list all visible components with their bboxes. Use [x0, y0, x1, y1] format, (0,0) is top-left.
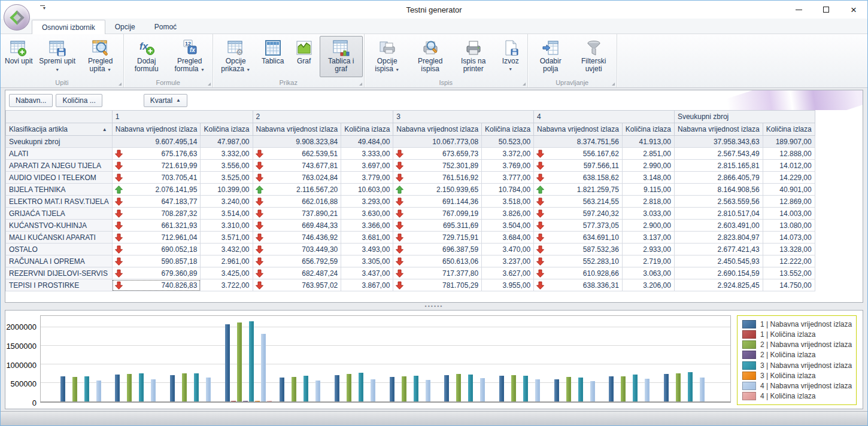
pivot-cell[interactable]: 2.450.545,93 — [674, 255, 763, 267]
pivot-cell[interactable]: 3.722,00 — [201, 279, 253, 291]
pivot-measure-header[interactable]: Nabavna vrijednost izlaza — [534, 123, 623, 136]
pivot-cell[interactable]: 746.436,92 — [253, 232, 341, 244]
pivot-cell[interactable]: 3.372,00 — [482, 148, 534, 160]
pivot-cell[interactable]: 767.099,19 — [393, 208, 482, 220]
pivot-column-band[interactable]: 1 — [112, 111, 253, 123]
dialog-launcher-icon[interactable] — [208, 83, 211, 86]
pivot-column-band[interactable]: Sveukupni zbroj — [674, 111, 815, 123]
pivot-cell[interactable]: 14.003,00 — [763, 208, 815, 220]
pivot-cell[interactable]: 761.516,92 — [393, 172, 482, 184]
pivot-cell[interactable]: 2.866.405,79 — [674, 172, 763, 184]
data-field-chip-kolicina[interactable]: Količina ... — [56, 94, 102, 107]
pivot-cell[interactable]: 14.750,00 — [763, 279, 815, 291]
pivot-cell[interactable]: 2.961,00 — [201, 255, 253, 267]
pivot-cell[interactable]: 1.821.259,75 — [534, 184, 623, 196]
pivot-measure-header[interactable]: Nabavna vrijednost izlaza — [674, 123, 763, 136]
tablica-button[interactable]: Tablica — [257, 36, 289, 77]
row-field-header[interactable]: Klasifikacija artikla▲ — [6, 123, 113, 136]
pregled-upita-button[interactable]: Pregled upita ▼ — [79, 36, 122, 77]
pivot-cell[interactable]: 3.630,00 — [341, 208, 393, 220]
pivot-cell[interactable]: 2.563.559,56 — [674, 196, 763, 208]
pivot-cell[interactable]: 40.901,00 — [763, 184, 815, 196]
pivot-cell[interactable]: 3.293,00 — [341, 196, 393, 208]
pivot-cell[interactable]: 647.183,77 — [112, 196, 201, 208]
pivot-cell[interactable]: 656.792,59 — [253, 255, 341, 267]
pivot-cell[interactable]: 577.373,05 — [534, 220, 623, 232]
novi-upit-button[interactable]: Novi upit — [2, 36, 36, 77]
pivot-cell[interactable]: 10.067.773,08 — [393, 136, 482, 148]
pivot-cell[interactable]: 12.888,00 — [763, 148, 815, 160]
pivot-measure-header[interactable]: Količina izlaza — [622, 123, 674, 136]
pivot-cell[interactable]: 8.164.908,56 — [674, 184, 763, 196]
dialog-launcher-icon[interactable] — [612, 83, 615, 86]
pivot-cell[interactable]: 37.958.343,63 — [674, 136, 763, 148]
pivot-measure-header[interactable]: Nabavna vrijednost izlaza — [393, 123, 482, 136]
pivot-cell[interactable]: 10.603,00 — [341, 184, 393, 196]
pivot-cell[interactable]: 50.523,00 — [482, 136, 534, 148]
pivot-cell[interactable]: 10.784,00 — [482, 184, 534, 196]
pivot-cell[interactable]: 2.924.825,45 — [674, 279, 763, 291]
pivot-cell[interactable]: 14.073,00 — [763, 232, 815, 244]
opcije-prikaza-button[interactable]: ⚙ Opcije prikaza ▼ — [214, 36, 257, 77]
pivot-row-header[interactable]: OSTALO — [6, 244, 113, 255]
pivot-column-band[interactable]: 3 — [393, 111, 534, 123]
pivot-cell[interactable]: 2.603.491,00 — [674, 220, 763, 232]
pivot-cell[interactable]: 3.470,00 — [482, 244, 534, 255]
ispis-na-printer-button[interactable]: Ispis na printer — [452, 36, 495, 77]
pivot-column-band[interactable]: 2 — [253, 111, 393, 123]
pivot-cell[interactable]: 556.167,62 — [534, 148, 623, 160]
pivot-cell[interactable]: 673.659,73 — [393, 148, 482, 160]
pivot-cell[interactable]: 781.705,29 — [393, 279, 482, 291]
pivot-cell[interactable]: 3.769,00 — [482, 160, 534, 172]
tablica-i-graf-button[interactable]: Tablica i graf — [320, 36, 363, 77]
pivot-cell[interactable]: 2.810.517,04 — [674, 208, 763, 220]
pivot-cell[interactable]: 3.681,00 — [341, 232, 393, 244]
pivot-cell[interactable]: 3.366,00 — [341, 220, 393, 232]
pivot-cell[interactable]: 3.148,00 — [622, 172, 674, 184]
pivot-cell[interactable]: 2.677.421,43 — [674, 244, 763, 255]
pivot-cell[interactable]: 597.240,32 — [534, 208, 623, 220]
tab-opcije[interactable]: Opcije — [105, 20, 145, 34]
pivot-cell[interactable]: 3.333,00 — [341, 148, 393, 160]
pivot-cell[interactable]: 2.815.165,81 — [674, 160, 763, 172]
pivot-cell[interactable]: 3.779,00 — [341, 172, 393, 184]
pivot-cell[interactable]: 729.715,91 — [393, 232, 482, 244]
tab-osnovni-izbornik[interactable]: Osnovni izbornik — [32, 20, 105, 34]
pivot-cell[interactable]: 2.851,00 — [622, 148, 674, 160]
pivot-measure-header[interactable]: Količina izlaza — [341, 123, 393, 136]
dialog-launcher-icon[interactable] — [359, 83, 362, 86]
pregled-ispisa-button[interactable]: Pregled ispisa — [409, 36, 452, 77]
pivot-cell[interactable]: 41.913,00 — [622, 136, 674, 148]
pivot-cell[interactable]: 691.144,36 — [393, 196, 482, 208]
pivot-cell[interactable]: 675.176,63 — [112, 148, 201, 160]
pivot-cell[interactable]: 3.556,00 — [201, 160, 253, 172]
pivot-cell[interactable]: 3.826,00 — [482, 208, 534, 220]
pivot-cell[interactable]: 13.552,00 — [763, 267, 815, 279]
app-logo-icon[interactable] — [4, 4, 30, 31]
pivot-cell[interactable]: 2.076.141,95 — [112, 184, 201, 196]
dodaj-formulu-button[interactable]: fx Dodaj formulu — [125, 36, 168, 77]
pivot-cell[interactable]: 563.214,55 — [534, 196, 623, 208]
pivot-cell[interactable]: 2.900,00 — [622, 220, 674, 232]
pivot-cell[interactable]: 3.518,00 — [482, 196, 534, 208]
pivot-cell[interactable]: 662.016,88 — [253, 196, 341, 208]
spremi-upit-button[interactable]: Spremi upit ▼ — [36, 36, 79, 77]
pivot-cell[interactable]: 695.311,69 — [393, 220, 482, 232]
filterski-uvjeti-button[interactable]: Filterski uvjeti — [572, 36, 615, 77]
pivot-cell[interactable]: 3.627,00 — [482, 267, 534, 279]
pivot-cell[interactable]: 708.287,32 — [112, 208, 201, 220]
pivot-cell[interactable]: 12.869,00 — [763, 196, 815, 208]
pivot-cell[interactable]: 2.719,00 — [622, 255, 674, 267]
pivot-cell[interactable]: 12.222,00 — [763, 255, 815, 267]
pivot-row-header[interactable]: MALI KUĆANSKI APARATI — [6, 232, 113, 244]
pivot-cell[interactable]: 189.907,00 — [763, 136, 815, 148]
data-field-chip-nabavna[interactable]: Nabavn... — [9, 94, 53, 107]
pivot-cell[interactable]: 3.955,00 — [482, 279, 534, 291]
pivot-cell[interactable]: 3.240,00 — [201, 196, 253, 208]
pivot-cell[interactable]: 3.063,00 — [622, 267, 674, 279]
pivot-cell[interactable]: 3.525,00 — [201, 172, 253, 184]
pivot-cell[interactable]: 737.890,21 — [253, 208, 341, 220]
pivot-cell[interactable]: 2.823.804,97 — [674, 232, 763, 244]
pivot-cell[interactable]: 679.360,89 — [112, 267, 201, 279]
pivot-cell[interactable]: 2.150.939,65 — [393, 184, 482, 196]
